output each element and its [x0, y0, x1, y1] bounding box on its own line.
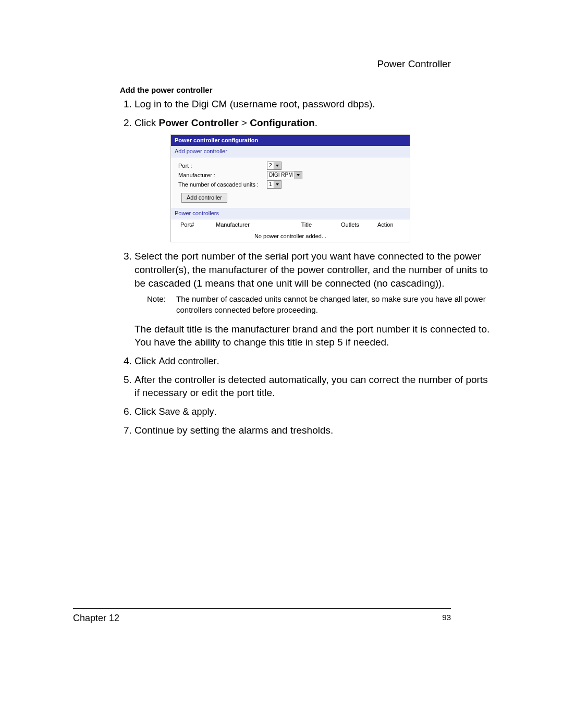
step-4-b: Add controller [158, 356, 216, 366]
ss-titlebar: Power controller configuration [171, 135, 410, 146]
footer-page-number: 93 [442, 613, 451, 624]
step-1: Log in to the Digi CM (username root, pa… [134, 97, 490, 111]
chevron-down-icon [274, 162, 281, 169]
step-7: Continue by setting the alarms and tresh… [134, 424, 490, 437]
ss-add-section-header: Add power controller [171, 146, 410, 157]
port-select[interactable]: 2 [267, 162, 282, 170]
step-6-a: Click [134, 406, 158, 417]
th-outlets: Outlets [338, 219, 374, 230]
step-2-a: Click [134, 117, 158, 128]
manufacturer-select[interactable]: DIGI RPM [267, 171, 302, 179]
step-2-d: Configuration [250, 117, 315, 128]
chevron-down-icon [295, 171, 302, 179]
cascaded-label: The number of cascaded units : [178, 181, 267, 189]
table-header-row: Port# Manufacturer Title Outlets Action [171, 219, 410, 230]
step-3-para2: The default title is the manufacturer br… [134, 323, 490, 349]
table-empty-message: No power controller added... [171, 230, 410, 242]
controllers-table: Port# Manufacturer Title Outlets Action [171, 219, 410, 230]
step-5: After the controller is detected automat… [134, 373, 490, 400]
note-label: Note: [147, 294, 176, 315]
chevron-down-icon [274, 181, 281, 188]
step-3-text: Select the port number of the serial por… [134, 251, 488, 288]
cascaded-select[interactable]: 1 [267, 180, 282, 189]
step-2: Click Power Controller > Configuration. … [134, 116, 490, 243]
step-4-c: . [217, 355, 219, 366]
step-6-b: Save & apply [158, 406, 214, 417]
step-2-b: Power Controller [158, 117, 238, 128]
note-text: The number of cascaded units cannot be c… [176, 294, 490, 315]
port-label: Port : [178, 162, 267, 170]
th-title: Title [275, 219, 338, 230]
manufacturer-label: Manufacturer : [178, 171, 267, 179]
step-6: Click Save & apply. [134, 405, 490, 418]
step-5-text: After the controller is detected automat… [134, 374, 488, 399]
step-7-text: Continue by setting the alarms and tresh… [134, 425, 333, 436]
add-controller-button[interactable]: Add controller [181, 193, 227, 203]
note-block: Note: The number of cascaded units canno… [147, 294, 490, 315]
section-heading: Add the power controller [120, 85, 490, 94]
th-manufacturer: Manufacturer [213, 219, 275, 230]
config-screenshot: Power controller configuration Add power… [170, 134, 410, 242]
step-6-c: . [214, 406, 217, 417]
step-1-text: Log in to the Digi CM (username root, pa… [134, 98, 375, 109]
step-2-c: > [239, 117, 250, 128]
step-2-e: . [315, 117, 317, 128]
manufacturer-select-value: DIGI RPM [269, 171, 293, 179]
footer-chapter: Chapter 12 [73, 613, 119, 624]
th-action: Action [374, 219, 410, 230]
step-3: Select the port number of the serial por… [134, 250, 490, 349]
step-4: Click Add controller. [134, 354, 490, 368]
port-select-value: 2 [269, 162, 272, 169]
ss-list-section-header: Power controllers [171, 208, 410, 219]
th-port: Port# [171, 219, 213, 230]
page-header: Power Controller [377, 58, 451, 70]
step-4-a: Click [134, 355, 158, 366]
cascaded-select-value: 1 [269, 181, 272, 188]
page-footer: Chapter 12 93 [73, 608, 451, 624]
